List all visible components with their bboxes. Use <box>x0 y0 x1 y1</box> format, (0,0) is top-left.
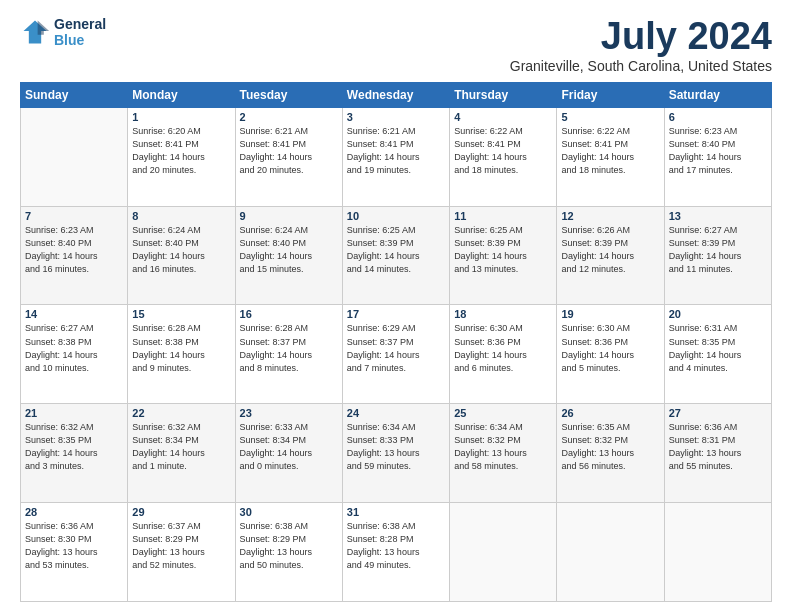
day-info: Sunrise: 6:26 AM Sunset: 8:39 PM Dayligh… <box>561 224 659 276</box>
calendar-cell: 6Sunrise: 6:23 AM Sunset: 8:40 PM Daylig… <box>664 107 771 206</box>
main-title: July 2024 <box>510 16 772 58</box>
page: General Blue July 2024 Graniteville, Sou… <box>0 0 792 612</box>
day-info: Sunrise: 6:25 AM Sunset: 8:39 PM Dayligh… <box>347 224 445 276</box>
day-info: Sunrise: 6:24 AM Sunset: 8:40 PM Dayligh… <box>240 224 338 276</box>
day-number: 27 <box>669 407 767 419</box>
calendar-cell: 1Sunrise: 6:20 AM Sunset: 8:41 PM Daylig… <box>128 107 235 206</box>
day-number: 16 <box>240 308 338 320</box>
calendar-week-3: 14Sunrise: 6:27 AM Sunset: 8:38 PM Dayli… <box>21 305 772 404</box>
day-info: Sunrise: 6:21 AM Sunset: 8:41 PM Dayligh… <box>347 125 445 177</box>
day-info: Sunrise: 6:33 AM Sunset: 8:34 PM Dayligh… <box>240 421 338 473</box>
day-number: 6 <box>669 111 767 123</box>
calendar-cell: 17Sunrise: 6:29 AM Sunset: 8:37 PM Dayli… <box>342 305 449 404</box>
day-info: Sunrise: 6:34 AM Sunset: 8:33 PM Dayligh… <box>347 421 445 473</box>
calendar-cell: 10Sunrise: 6:25 AM Sunset: 8:39 PM Dayli… <box>342 206 449 305</box>
calendar-cell <box>21 107 128 206</box>
calendar-cell: 3Sunrise: 6:21 AM Sunset: 8:41 PM Daylig… <box>342 107 449 206</box>
calendar-cell: 12Sunrise: 6:26 AM Sunset: 8:39 PM Dayli… <box>557 206 664 305</box>
day-number: 11 <box>454 210 552 222</box>
day-number: 25 <box>454 407 552 419</box>
day-info: Sunrise: 6:36 AM Sunset: 8:31 PM Dayligh… <box>669 421 767 473</box>
calendar-cell: 11Sunrise: 6:25 AM Sunset: 8:39 PM Dayli… <box>450 206 557 305</box>
day-number: 28 <box>25 506 123 518</box>
svg-marker-1 <box>38 21 49 35</box>
day-number: 21 <box>25 407 123 419</box>
calendar-cell: 7Sunrise: 6:23 AM Sunset: 8:40 PM Daylig… <box>21 206 128 305</box>
calendar-cell: 22Sunrise: 6:32 AM Sunset: 8:34 PM Dayli… <box>128 404 235 503</box>
day-number: 23 <box>240 407 338 419</box>
header-wednesday: Wednesday <box>342 82 449 107</box>
day-info: Sunrise: 6:27 AM Sunset: 8:39 PM Dayligh… <box>669 224 767 276</box>
calendar-cell: 25Sunrise: 6:34 AM Sunset: 8:32 PM Dayli… <box>450 404 557 503</box>
day-number: 10 <box>347 210 445 222</box>
day-number: 8 <box>132 210 230 222</box>
day-number: 7 <box>25 210 123 222</box>
day-info: Sunrise: 6:21 AM Sunset: 8:41 PM Dayligh… <box>240 125 338 177</box>
day-number: 24 <box>347 407 445 419</box>
calendar-cell: 4Sunrise: 6:22 AM Sunset: 8:41 PM Daylig… <box>450 107 557 206</box>
day-info: Sunrise: 6:29 AM Sunset: 8:37 PM Dayligh… <box>347 322 445 374</box>
day-info: Sunrise: 6:22 AM Sunset: 8:41 PM Dayligh… <box>454 125 552 177</box>
day-info: Sunrise: 6:32 AM Sunset: 8:34 PM Dayligh… <box>132 421 230 473</box>
day-info: Sunrise: 6:35 AM Sunset: 8:32 PM Dayligh… <box>561 421 659 473</box>
day-number: 29 <box>132 506 230 518</box>
day-number: 1 <box>132 111 230 123</box>
calendar-cell: 23Sunrise: 6:33 AM Sunset: 8:34 PM Dayli… <box>235 404 342 503</box>
header: General Blue July 2024 Graniteville, Sou… <box>20 16 772 74</box>
calendar-cell: 9Sunrise: 6:24 AM Sunset: 8:40 PM Daylig… <box>235 206 342 305</box>
day-info: Sunrise: 6:31 AM Sunset: 8:35 PM Dayligh… <box>669 322 767 374</box>
calendar-week-5: 28Sunrise: 6:36 AM Sunset: 8:30 PM Dayli… <box>21 503 772 602</box>
day-number: 9 <box>240 210 338 222</box>
calendar-cell <box>450 503 557 602</box>
day-info: Sunrise: 6:34 AM Sunset: 8:32 PM Dayligh… <box>454 421 552 473</box>
day-info: Sunrise: 6:32 AM Sunset: 8:35 PM Dayligh… <box>25 421 123 473</box>
calendar-cell: 24Sunrise: 6:34 AM Sunset: 8:33 PM Dayli… <box>342 404 449 503</box>
day-info: Sunrise: 6:24 AM Sunset: 8:40 PM Dayligh… <box>132 224 230 276</box>
day-number: 26 <box>561 407 659 419</box>
day-number: 20 <box>669 308 767 320</box>
calendar-cell: 8Sunrise: 6:24 AM Sunset: 8:40 PM Daylig… <box>128 206 235 305</box>
calendar-table: Sunday Monday Tuesday Wednesday Thursday… <box>20 82 772 602</box>
day-info: Sunrise: 6:37 AM Sunset: 8:29 PM Dayligh… <box>132 520 230 572</box>
day-info: Sunrise: 6:30 AM Sunset: 8:36 PM Dayligh… <box>454 322 552 374</box>
calendar-cell <box>557 503 664 602</box>
day-number: 15 <box>132 308 230 320</box>
subtitle: Graniteville, South Carolina, United Sta… <box>510 58 772 74</box>
day-number: 13 <box>669 210 767 222</box>
calendar-cell: 27Sunrise: 6:36 AM Sunset: 8:31 PM Dayli… <box>664 404 771 503</box>
calendar-header-row: Sunday Monday Tuesday Wednesday Thursday… <box>21 82 772 107</box>
day-info: Sunrise: 6:22 AM Sunset: 8:41 PM Dayligh… <box>561 125 659 177</box>
header-sunday: Sunday <box>21 82 128 107</box>
header-monday: Monday <box>128 82 235 107</box>
logo: General Blue <box>20 16 106 48</box>
calendar-cell: 30Sunrise: 6:38 AM Sunset: 8:29 PM Dayli… <box>235 503 342 602</box>
day-number: 19 <box>561 308 659 320</box>
calendar-cell: 13Sunrise: 6:27 AM Sunset: 8:39 PM Dayli… <box>664 206 771 305</box>
day-info: Sunrise: 6:28 AM Sunset: 8:37 PM Dayligh… <box>240 322 338 374</box>
calendar-cell: 5Sunrise: 6:22 AM Sunset: 8:41 PM Daylig… <box>557 107 664 206</box>
day-info: Sunrise: 6:38 AM Sunset: 8:28 PM Dayligh… <box>347 520 445 572</box>
day-number: 4 <box>454 111 552 123</box>
calendar-cell: 21Sunrise: 6:32 AM Sunset: 8:35 PM Dayli… <box>21 404 128 503</box>
day-number: 5 <box>561 111 659 123</box>
day-number: 2 <box>240 111 338 123</box>
day-info: Sunrise: 6:30 AM Sunset: 8:36 PM Dayligh… <box>561 322 659 374</box>
calendar-cell: 19Sunrise: 6:30 AM Sunset: 8:36 PM Dayli… <box>557 305 664 404</box>
title-block: July 2024 Graniteville, South Carolina, … <box>510 16 772 74</box>
logo-text: General Blue <box>54 16 106 48</box>
calendar-cell: 14Sunrise: 6:27 AM Sunset: 8:38 PM Dayli… <box>21 305 128 404</box>
calendar-cell: 2Sunrise: 6:21 AM Sunset: 8:41 PM Daylig… <box>235 107 342 206</box>
header-saturday: Saturday <box>664 82 771 107</box>
day-number: 17 <box>347 308 445 320</box>
calendar-cell: 15Sunrise: 6:28 AM Sunset: 8:38 PM Dayli… <box>128 305 235 404</box>
calendar-week-4: 21Sunrise: 6:32 AM Sunset: 8:35 PM Dayli… <box>21 404 772 503</box>
calendar-cell: 26Sunrise: 6:35 AM Sunset: 8:32 PM Dayli… <box>557 404 664 503</box>
day-number: 14 <box>25 308 123 320</box>
day-info: Sunrise: 6:23 AM Sunset: 8:40 PM Dayligh… <box>25 224 123 276</box>
day-info: Sunrise: 6:20 AM Sunset: 8:41 PM Dayligh… <box>132 125 230 177</box>
calendar-cell: 31Sunrise: 6:38 AM Sunset: 8:28 PM Dayli… <box>342 503 449 602</box>
calendar-cell: 16Sunrise: 6:28 AM Sunset: 8:37 PM Dayli… <box>235 305 342 404</box>
header-friday: Friday <box>557 82 664 107</box>
header-tuesday: Tuesday <box>235 82 342 107</box>
day-number: 3 <box>347 111 445 123</box>
